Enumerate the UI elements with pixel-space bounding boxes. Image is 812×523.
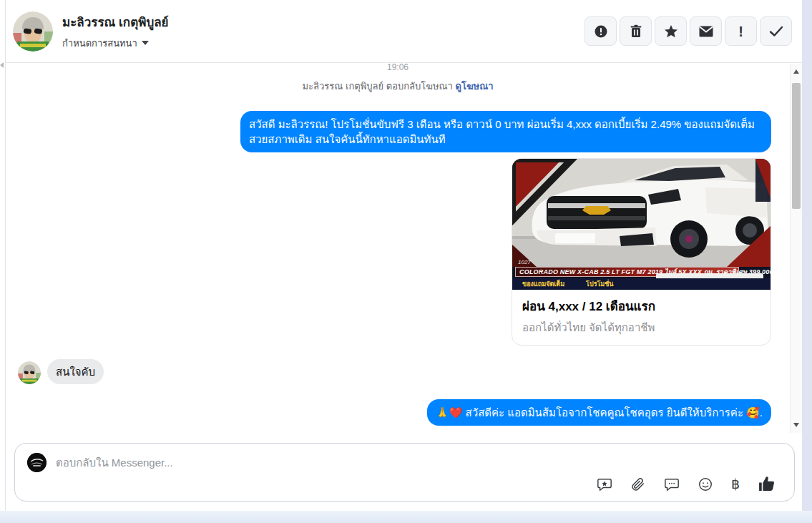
- report-button[interactable]: [584, 16, 617, 46]
- page-logo-avatar: [27, 453, 47, 472]
- contact-name: มะลิวรรณ เกตุพิบูลย์: [62, 12, 584, 31]
- image-promo-row: ของแถมจัดเต็ม โปรโมชั่น: [512, 278, 771, 290]
- contact-avatar[interactable]: [13, 11, 53, 52]
- page-background-bottom: [0, 511, 812, 523]
- baht-icon: ฿: [731, 477, 740, 491]
- promo-label-left: ของแถมจัดเต็ม: [522, 279, 564, 289]
- system-message-text: มะลิวรรณ เกตุพิบูลย์ ตอบกลับโฆษณา: [302, 81, 455, 92]
- conversation-panel: มะลิวรรณ เกตุพิบูลย์ กำหนดการสนทนา: [5, 0, 802, 512]
- attach-file-button[interactable]: [630, 476, 646, 492]
- view-ad-link[interactable]: ดูโฆษณา: [455, 81, 493, 92]
- sticker-button[interactable]: [597, 476, 612, 492]
- system-message: มะลิวรรณ เกตุพิบูลย์ ตอบกลับโฆษณา ดูโฆษณ…: [6, 79, 790, 94]
- card-title: ผ่อน 4,xxx / 12 เดือนแรก: [522, 296, 760, 316]
- scroll-down-arrow-icon[interactable]: [793, 423, 799, 427]
- like-button[interactable]: [758, 475, 776, 493]
- payment-button[interactable]: ฿: [731, 477, 740, 491]
- delete-button[interactable]: [620, 16, 652, 46]
- message-list[interactable]: 19:06 มะลิวรรณ เกตุพิบูลย์ ตอบกลับโฆษณา …: [6, 64, 802, 433]
- mark-done-button[interactable]: [760, 16, 792, 46]
- scrollbar-thumb[interactable]: [792, 83, 801, 209]
- conversation-schedule-label: กำหนดการสนทนา: [62, 36, 137, 51]
- emoji-button[interactable]: [698, 476, 713, 492]
- scroll-up-arrow-icon[interactable]: [793, 69, 799, 74]
- envelope-icon: [699, 26, 713, 37]
- timestamp: 19:06: [6, 64, 790, 72]
- paperclip-icon: [630, 476, 646, 492]
- smiley-icon: [698, 476, 713, 492]
- left-edge-artifact: [0, 62, 4, 68]
- check-icon: [769, 26, 783, 37]
- car-ad-image[interactable]: 1027 COLORADO NEW X-CAB 2.5 LT FGT M7 20…: [512, 159, 771, 290]
- comment-dots-icon: [664, 476, 680, 492]
- incoming-message-bubble[interactable]: สนใจคับ: [47, 359, 104, 384]
- star-button[interactable]: [655, 16, 687, 46]
- mark-important-button[interactable]: !: [725, 16, 757, 46]
- sticker-icon: [597, 476, 612, 492]
- page-background-right: [802, 0, 812, 512]
- outgoing-message-bubble[interactable]: 🙏❤️ สวัสดีค่ะ แอดมินส้มโอจากโชคคูณโชคอุด…: [427, 399, 771, 426]
- conversation-header: มะลิวรรณ เกตุพิบูลย์ กำหนดการสนทนา: [6, 0, 802, 63]
- conversation-schedule-dropdown[interactable]: กำหนดการสนทนา: [62, 36, 584, 51]
- image-stock-code: 1027: [518, 259, 531, 265]
- reply-composer[interactable]: ตอบกลับใน Messenger...: [14, 443, 795, 502]
- outgoing-message-bubble[interactable]: สวัสดี มะลิวรรณ! โปรโมชั่นขับฟรี 3 เดือน…: [240, 111, 771, 152]
- thumbs-up-icon: [758, 475, 776, 493]
- promo-label-right: โปรโมชั่น: [586, 279, 613, 289]
- exclamation-icon: !: [738, 24, 743, 39]
- saved-replies-button[interactable]: [664, 476, 680, 492]
- trash-icon: [630, 24, 642, 39]
- attachment-card[interactable]: 1027 COLORADO NEW X-CAB 2.5 LT FGT M7 20…: [512, 158, 771, 346]
- chat-scrollbar[interactable]: [790, 64, 802, 433]
- header-actions: !: [584, 16, 792, 46]
- contact-avatar-small: [18, 361, 41, 384]
- mark-unread-button[interactable]: [690, 16, 722, 46]
- reply-input[interactable]: ตอบกลับใน Messenger...: [56, 454, 173, 471]
- card-subtitle: ออกได้ทั่วไทย จัดได้ทุกอาชีพ: [522, 319, 760, 336]
- star-icon: [664, 24, 678, 39]
- alert-circle-icon: [594, 24, 608, 39]
- chevron-down-icon: [142, 41, 149, 45]
